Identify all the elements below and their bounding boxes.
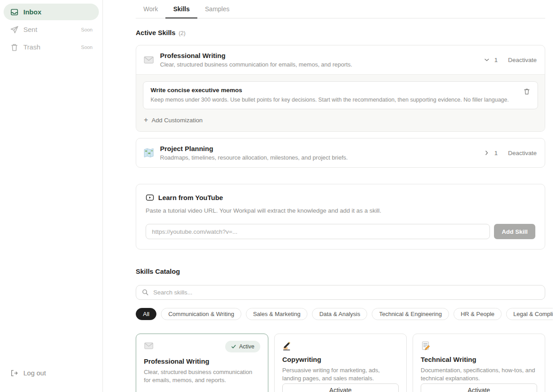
tab-work[interactable]: Work	[136, 0, 165, 18]
send-icon	[10, 25, 19, 34]
skill-description: Clear, structured business communication…	[160, 61, 483, 68]
tab-bar: Work Skills Samples	[136, 0, 545, 18]
search-icon	[142, 289, 149, 296]
trash-icon	[10, 43, 19, 52]
customization-text: Write concise executive memos Keep memos…	[151, 87, 518, 103]
skill-header: Professional Writing Clear, structured b…	[136, 45, 545, 74]
sidebar-item-trash[interactable]: Trash Soon	[4, 39, 99, 55]
catalog-card-copywriting[interactable]: Copywriting Persuasive writing for marke…	[274, 334, 407, 392]
status-badge-label: Active	[239, 343, 254, 350]
sidebar: Inbox Sent Soon Trash Soon Log out	[0, 0, 103, 392]
card-top-row	[421, 341, 537, 351]
logout-button[interactable]: Log out	[4, 365, 99, 381]
status-badge: Active	[225, 341, 260, 352]
search-skills-input[interactable]	[136, 285, 545, 300]
sidebar-item-label: Trash	[23, 43, 40, 51]
card-title: Copywriting	[282, 356, 399, 363]
card-description: Clear, structured business communication…	[144, 368, 260, 384]
map-icon	[143, 147, 154, 158]
youtube-url-input[interactable]	[146, 224, 490, 239]
skill-title: Project Planning	[160, 145, 483, 152]
deactivate-button[interactable]: Deactivate	[508, 150, 537, 156]
catalog-card-technical-writing[interactable]: Technical Writing Documentation, specifi…	[413, 334, 545, 392]
envelope-icon	[144, 341, 154, 351]
activate-button[interactable]: Activate	[282, 383, 399, 392]
activate-button[interactable]: Activate	[421, 383, 537, 392]
filter-chip-communication-writing[interactable]: Communication & Writing	[161, 308, 241, 320]
filter-chip-hr-people[interactable]: HR & People	[454, 308, 502, 320]
filter-chip-legal-compliance[interactable]: Legal & Compliance	[506, 308, 553, 320]
main-content: Work Skills Samples Active Skills (2) Pr…	[103, 0, 556, 392]
tab-samples[interactable]: Samples	[197, 0, 237, 18]
search-wrap	[136, 285, 545, 300]
youtube-input-row: Add Skill	[146, 224, 535, 239]
customization-title: Write concise executive memos	[151, 87, 518, 94]
card-description: Persuasive writing for marketing, ads, l…	[282, 366, 399, 383]
skill-expanded-section: Write concise executive memos Keep memos…	[136, 74, 545, 131]
active-skills-heading: Active Skills (2)	[136, 29, 545, 36]
filter-chip-data-analysis[interactable]: Data & Analysis	[312, 308, 367, 320]
logout-icon	[10, 369, 18, 377]
chevron-right-icon[interactable]	[483, 149, 490, 156]
tab-skills[interactable]: Skills	[165, 0, 197, 18]
skill-description: Roadmaps, timelines, resource allocation…	[160, 154, 483, 161]
envelope-icon	[143, 54, 154, 65]
card-title: Professional Writing	[144, 357, 260, 365]
sidebar-item-sent[interactable]: Sent Soon	[4, 21, 99, 38]
plus-icon: +	[144, 116, 148, 124]
inbox-icon	[10, 8, 19, 17]
active-skills-title: Active Skills	[136, 29, 175, 36]
filter-chip-technical-engineering[interactable]: Technical & Engineering	[372, 308, 449, 320]
youtube-title: Learn from YouTube	[158, 194, 223, 201]
active-skill-professional-writing: Professional Writing Clear, structured b…	[136, 45, 545, 132]
filter-chip-all[interactable]: All	[136, 308, 156, 320]
skill-controls: 1 Deactivate	[483, 149, 537, 156]
filter-chip-row: All Communication & Writing Sales & Mark…	[136, 308, 553, 320]
skills-catalog-heading: Skills Catalog	[136, 267, 545, 275]
youtube-play-icon	[146, 193, 154, 202]
skill-title: Professional Writing	[160, 52, 483, 59]
customization-count: 1	[494, 57, 498, 63]
card-title: Technical Writing	[421, 356, 537, 363]
youtube-description: Paste a tutorial video URL. Your Workpal…	[146, 207, 535, 214]
learn-from-youtube-card: Learn from YouTube Paste a tutorial vide…	[136, 184, 545, 249]
writing-hand-icon	[282, 341, 292, 351]
filter-chip-sales-marketing[interactable]: Sales & Marketing	[246, 308, 308, 320]
delete-customization-icon[interactable]	[523, 88, 530, 95]
skill-titleblock: Project Planning Roadmaps, timelines, re…	[160, 145, 483, 161]
active-skill-project-planning: Project Planning Roadmaps, timelines, re…	[136, 138, 545, 168]
add-skill-button[interactable]: Add Skill	[494, 224, 535, 239]
youtube-title-row: Learn from YouTube	[146, 193, 535, 202]
memo-icon	[421, 341, 431, 351]
skill-titleblock: Professional Writing Clear, structured b…	[160, 52, 483, 68]
soon-badge: Soon	[81, 45, 93, 50]
deactivate-button[interactable]: Deactivate	[508, 57, 537, 63]
sidebar-item-inbox[interactable]: Inbox	[4, 4, 99, 20]
card-top-row	[282, 341, 399, 351]
skill-header: Project Planning Roadmaps, timelines, re…	[136, 138, 545, 167]
add-customization-button[interactable]: + Add Customization	[143, 116, 203, 124]
catalog-card-professional-writing[interactable]: Active Professional Writing Clear, struc…	[136, 334, 268, 392]
active-skills-count: (2)	[178, 30, 185, 36]
card-top-row: Active	[144, 341, 260, 352]
add-customization-label: Add Customization	[151, 117, 202, 124]
sidebar-item-label: Sent	[23, 26, 37, 33]
check-icon	[231, 344, 236, 349]
chevron-down-icon[interactable]	[483, 56, 490, 63]
logout-label: Log out	[23, 369, 46, 377]
soon-badge: Soon	[81, 27, 93, 32]
catalog-cards-grid: Active Professional Writing Clear, struc…	[136, 334, 545, 392]
customization-card: Write concise executive memos Keep memos…	[143, 81, 538, 109]
sidebar-item-label: Inbox	[23, 8, 41, 16]
card-description: Documentation, specifications, how-tos, …	[421, 366, 537, 383]
skill-controls: 1 Deactivate	[483, 56, 537, 63]
customization-description: Keep memos under 300 words. Use bullet p…	[151, 97, 518, 103]
customization-count: 1	[494, 150, 498, 156]
